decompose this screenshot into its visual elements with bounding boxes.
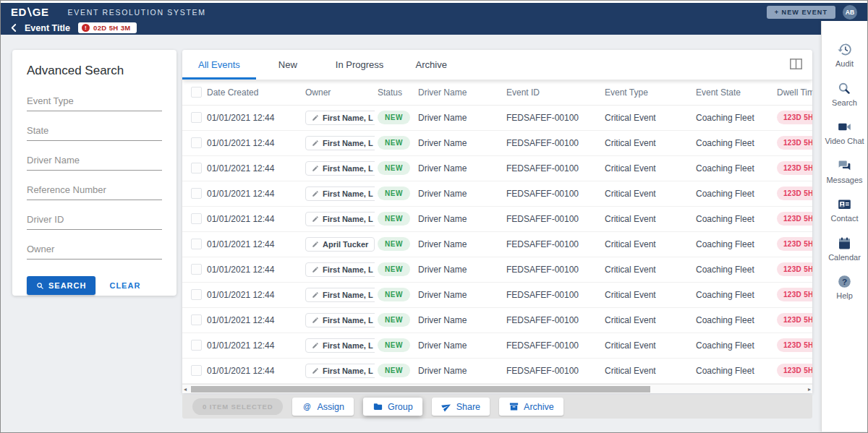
owner-chip[interactable]: First Name, L [305,136,375,150]
owner-chip[interactable]: First Name, L [305,161,375,176]
bulk-action-bar: 0 ITEM SELECTED Assign Group Share Archi… [182,395,812,419]
owner-chip[interactable]: First Name, L [305,288,375,302]
search-input-driver-id[interactable] [27,212,162,230]
action-button-icon [441,401,452,412]
sidebar-item-help[interactable]: Help [822,274,867,313]
new-event-button[interactable]: + NEW EVENT [767,6,835,19]
dwell-timer-value: 02D 5H 3M [93,24,131,32]
cell-date-created: 01/01/2021 12:44 [204,155,302,181]
owner-chip[interactable]: First Name, L [305,212,375,226]
row-checkbox[interactable] [191,163,202,173]
row-checkbox[interactable] [191,340,202,351]
table-row[interactable]: 01/01/2021 12:44 First Name, L NEW Drive… [182,257,812,282]
search-input-event-type[interactable] [27,93,162,111]
dwell-time-badge: 123D 5H [777,161,812,175]
cell-event-type: Critical Event [602,181,693,206]
tab-in-progress[interactable]: In Progress [320,50,399,80]
owner-chip[interactable]: First Name, L [305,111,375,125]
events-table-wrap: Date Created Owner Status Driver Name Ev… [182,80,812,384]
cell-event-id: FEDSAFEF-00100 [503,155,602,181]
owner-name: First Name, L [323,215,373,223]
event-title: Event Title [25,23,70,33]
search-button-icon [36,282,44,290]
tab-archive[interactable]: Archive [399,50,463,80]
row-checkbox[interactable] [191,365,202,376]
cell-event-id: FEDSAFEF-00100 [503,231,602,257]
search-button[interactable]: SEARCH [27,276,95,295]
search-input-state[interactable] [27,123,162,141]
owner-chip[interactable]: First Name, L [305,187,375,201]
table-row[interactable]: 01/01/2021 12:44 First Name, L NEW Drive… [182,282,812,307]
row-checkbox[interactable] [191,112,202,123]
cell-date-created: 01/01/2021 12:44 [204,282,302,307]
sidebar-item-search[interactable]: Search [822,81,867,120]
owner-chip[interactable]: First Name, L [305,364,375,378]
action-button-icon [373,401,383,412]
scroll-left-arrow-icon[interactable]: ◂ [184,386,187,393]
columns-icon [790,59,802,69]
sidebar-item-video-chat[interactable]: Video Chat [822,119,867,158]
column-settings-button[interactable] [790,59,802,72]
search-input-owner[interactable] [27,241,162,260]
avatar[interactable]: AB [843,5,857,20]
owner-chip[interactable]: April Tucker [305,237,375,252]
cell-date-created: 01/01/2021 12:44 [204,358,302,383]
cell-owner: First Name, L [302,130,375,155]
back-button[interactable] [10,24,17,32]
sidebar-item-contact[interactable]: Contact [822,197,867,236]
row-checkbox[interactable] [191,289,202,300]
horizontal-scrollbar[interactable]: ◂ ▸ [182,384,812,394]
pencil-icon [312,317,319,324]
action-button-icon [509,401,519,412]
cell-dwell-time: 123D 5H [774,358,812,383]
status-badge: NEW [378,237,410,251]
table-row[interactable]: 01/01/2021 12:44 First Name, L NEW Drive… [182,307,812,333]
table-row[interactable]: 01/01/2021 12:44 First Name, L NEW Drive… [182,358,812,383]
row-checkbox[interactable] [191,264,202,275]
search-icon [837,81,852,96]
owner-chip[interactable]: First Name, L [305,262,375,277]
app-window: ED GE EVENT RESOLUTION SYSTEM + NEW EVEN… [0,0,868,433]
action-button-group[interactable]: Group [363,398,422,416]
table-row[interactable]: 01/01/2021 12:44 First Name, L NEW Drive… [182,333,812,358]
search-input-driver-name[interactable] [27,153,162,171]
tab-new[interactable]: New [256,50,320,80]
cell-event-id: FEDSAFEF-00100 [503,130,602,155]
select-all-checkbox[interactable] [191,87,202,98]
action-button-share[interactable]: Share [432,398,490,416]
row-checkbox[interactable] [191,137,202,148]
tab-all-events[interactable]: All Events [182,50,256,80]
row-checkbox[interactable] [191,213,202,224]
cell-dwell-time: 123D 5H [774,307,812,333]
advanced-search-panel: Advanced Search SEARCH CLEAR [12,50,176,296]
owner-chip[interactable]: First Name, L [305,313,375,327]
horizontal-scrollbar-thumb[interactable] [191,386,650,393]
action-button-assign[interactable]: Assign [292,398,354,416]
pencil-icon [312,342,319,349]
owner-chip[interactable]: First Name, L [305,338,375,353]
table-row[interactable]: 01/01/2021 12:44 First Name, L NEW Drive… [182,130,812,155]
sidebar-item-messages[interactable]: Messages [822,158,867,197]
table-row[interactable]: 01/01/2021 12:44 First Name, L NEW Drive… [182,181,812,206]
help-icon [837,274,852,289]
table-row[interactable]: 01/01/2021 12:44 First Name, L NEW Drive… [182,105,812,130]
cell-event-state: Coaching Fleet [693,130,774,155]
action-button-archive[interactable]: Archive [499,398,563,416]
cell-checkbox [182,206,204,231]
search-input-reference-number[interactable] [27,182,162,200]
cell-status: NEW [375,307,415,333]
sidebar-item-audit[interactable]: Audit [822,42,867,81]
table-row[interactable]: 01/01/2021 12:44 April Tucker NEW Driver… [182,231,812,257]
clear-button[interactable]: CLEAR [109,281,140,290]
cell-checkbox [182,155,204,181]
row-checkbox[interactable] [191,314,202,325]
table-row[interactable]: 01/01/2021 12:44 First Name, L NEW Drive… [182,155,812,181]
cell-dwell-time: 123D 5H [774,333,812,358]
row-checkbox[interactable] [191,188,202,199]
scroll-right-arrow-icon[interactable]: ▸ [808,386,811,393]
owner-name: First Name, L [323,164,373,173]
row-checkbox[interactable] [191,239,202,249]
table-row[interactable]: 01/01/2021 12:44 First Name, L NEW Drive… [182,206,812,231]
search-field [27,241,162,260]
sidebar-item-calendar[interactable]: Calendar [822,236,867,275]
